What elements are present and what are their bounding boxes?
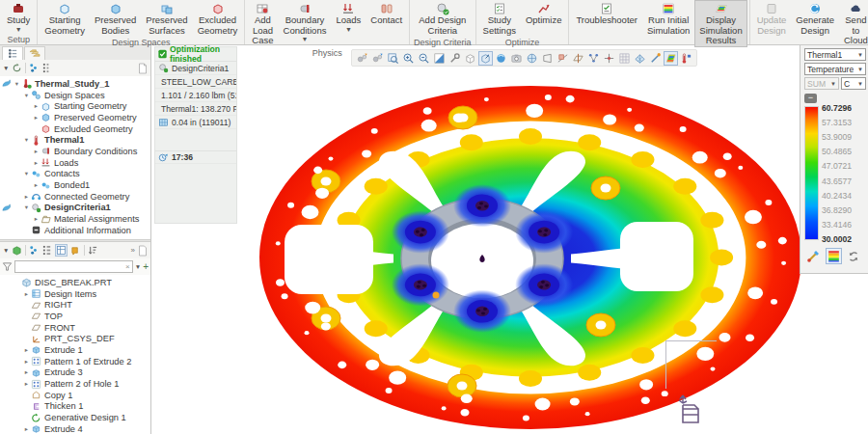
tree-item-copy-1[interactable]: Copy 1 [0, 390, 150, 401]
expander-right-icon[interactable]: ▸ [22, 425, 31, 433]
orbit-blue-button[interactable] [370, 51, 385, 66]
tree-item-generative-design-1[interactable]: Generative Design 1 [0, 412, 150, 423]
expander-right-icon[interactable]: ▸ [32, 148, 41, 155]
display-style-button[interactable] [525, 51, 539, 66]
clear-filter-icon[interactable]: × [125, 262, 130, 271]
tree-item-thermal1[interactable]: ▾Thermal1 [0, 134, 150, 146]
optimize-button[interactable]: Optimize [521, 0, 566, 27]
refresh-results-icon[interactable] [847, 250, 860, 263]
preserved-surfaces-button[interactable]: PreservedSurfaces [141, 0, 192, 37]
sort-icon[interactable] [88, 245, 97, 256]
tree-item-extrude-3[interactable]: ▸Extrude 3 [0, 367, 150, 379]
generate-design-button[interactable]: GenerateDesign [791, 0, 839, 37]
boundary-conditions-button[interactable]: BoundaryConditions▼ [279, 0, 332, 43]
result-legend-button[interactable] [664, 51, 678, 66]
study-settings-button[interactable]: StudySettings [478, 0, 521, 37]
expander-right-icon[interactable]: ▸ [32, 102, 41, 110]
tree-menu-button[interactable]: ▼ [3, 65, 9, 71]
add-load-case-button[interactable]: Add LoadCase [247, 0, 278, 47]
expander-right-icon[interactable]: ▸ [22, 290, 31, 298]
send-to-cloud-button[interactable]: Send toCloud [839, 0, 868, 47]
add-filter-button[interactable]: + [143, 261, 149, 272]
result-select[interactable]: Thermal1▼ [804, 48, 866, 61]
zoom-in-button[interactable] [401, 51, 416, 66]
study-button[interactable]: Study▼ [2, 0, 35, 34]
tree-item-design-spaces[interactable]: ▾Design Spaces [0, 90, 150, 101]
collapse-panel-button[interactable]: » [131, 246, 135, 255]
list-view-icon[interactable] [42, 245, 52, 256]
tab-study-tree[interactable] [2, 46, 23, 60]
section-button[interactable] [556, 51, 570, 66]
expander-right-icon[interactable]: ▸ [22, 358, 31, 366]
loads-button[interactable]: Loads▼ [331, 0, 366, 34]
zoom-window-button[interactable] [386, 51, 400, 66]
expander-down-icon[interactable]: ▾ [13, 80, 21, 88]
legend-display-icon[interactable] [826, 248, 842, 264]
unit-select[interactable]: C▼ [841, 77, 866, 90]
saved-views-button[interactable] [463, 51, 477, 66]
collapse-legend-button[interactable]: − [804, 94, 817, 103]
3d-viewport[interactable] [151, 45, 868, 434]
component-select[interactable]: SUM▼ [804, 77, 839, 90]
tree-item-disc-break-prt[interactable]: DISC_BREAK.PRT [0, 277, 150, 288]
expander-right-icon[interactable]: ▸ [22, 193, 31, 201]
tree-item-excluded-geometry[interactable]: Excluded Geometry [0, 123, 150, 135]
refit-button[interactable] [448, 51, 462, 66]
tree-item-design-items[interactable]: ▸Design Items [0, 288, 150, 300]
expander-right-icon[interactable]: ▸ [22, 368, 31, 376]
tree-map-button[interactable] [586, 51, 601, 66]
tree-item-preserved-geometry[interactable]: ▸Preserved Geometry [0, 112, 150, 123]
perspective-button[interactable] [540, 51, 555, 66]
repaint-button[interactable] [432, 51, 447, 66]
tree-item-front[interactable]: FRONT [0, 322, 150, 334]
spin-center-button[interactable] [602, 51, 616, 66]
annotations-icon[interactable] [70, 245, 81, 256]
appearances-button[interactable] [494, 51, 508, 66]
grid-button[interactable] [617, 51, 632, 66]
tree-item-designcriteria1[interactable]: ▾DesignCriteria1 [0, 203, 150, 214]
tree-item-loads[interactable]: ▸Loads [0, 157, 150, 169]
datum-filter-button[interactable] [571, 51, 585, 66]
zoom-out-button[interactable] [417, 51, 431, 66]
grid-view-icon[interactable] [55, 244, 68, 257]
expander-down-icon[interactable]: ▾ [22, 136, 31, 144]
minmax-flags-button[interactable] [679, 51, 693, 66]
filter-options-button[interactable]: ▼ [135, 263, 141, 270]
expander-right-icon[interactable]: ▸ [32, 215, 41, 223]
expander-right-icon[interactable]: ▸ [32, 181, 41, 189]
refresh-icon[interactable] [12, 63, 22, 73]
tree-item-right[interactable]: RIGHT [0, 299, 150, 311]
tree-item-pattern-1-of-extrude-2[interactable]: ▸Pattern 1 of Extrude 2 [0, 356, 150, 367]
tree-item-contacts[interactable]: ▾Contacts [0, 169, 150, 180]
tree-item-starting-geometry[interactable]: ▸Starting Geometry [0, 100, 150, 112]
tree-item-connected-geometry[interactable]: ▸Connected Geometry [0, 191, 150, 203]
tree-item-thermal-study-1[interactable]: ▾Thermal_Study_1 [0, 78, 150, 90]
expander-down-icon[interactable]: ▾ [22, 170, 31, 177]
tree-item-boundary-conditions[interactable]: ▸Boundary Conditions [0, 146, 150, 157]
display-simulation-results-button[interactable]: DisplaySimulation Results [694, 0, 746, 47]
expander-right-icon[interactable]: ▸ [22, 380, 31, 388]
model-tree-menu-button[interactable]: ▼ [3, 247, 9, 254]
tree-item-extrude-1[interactable]: ▸Extrude 1 [0, 344, 150, 356]
add-design-criteria-button[interactable]: Add DesignCriteria [414, 0, 471, 37]
starting-geometry-button[interactable]: StartingGeometry [40, 0, 90, 37]
document-icon[interactable] [138, 245, 148, 257]
screenshot-button[interactable] [509, 51, 524, 66]
sim-probe-button[interactable] [648, 51, 663, 66]
troubleshooter-button[interactable]: Troubleshooter [571, 0, 642, 27]
expander-down-icon[interactable]: ▾ [22, 92, 31, 99]
tree-item-prt-csys-def[interactable]: PRT_CSYS_DEF [0, 333, 150, 344]
tree-item-additional-information[interactable]: Additional Information [0, 225, 150, 236]
expander-right-icon[interactable]: ▸ [22, 346, 31, 354]
tree-settings-icon[interactable] [29, 63, 40, 73]
expander-right-icon[interactable]: ▸ [32, 114, 41, 122]
excluded-geometry-button[interactable]: ExcludedGeometry [193, 0, 243, 37]
sim-elements-button[interactable] [633, 51, 647, 66]
filter-settings-icon[interactable] [29, 245, 40, 256]
orbit-orange-button[interactable] [355, 51, 369, 66]
probe-icon[interactable] [806, 249, 821, 263]
preserved-bodies-button[interactable]: PreservedBodies [90, 0, 141, 37]
tree-item-material-assignments[interactable]: ▸Material Assignments [0, 213, 150, 225]
expander-right-icon[interactable]: ▸ [32, 159, 41, 167]
quantity-select[interactable]: Temperature▼ [804, 63, 866, 75]
